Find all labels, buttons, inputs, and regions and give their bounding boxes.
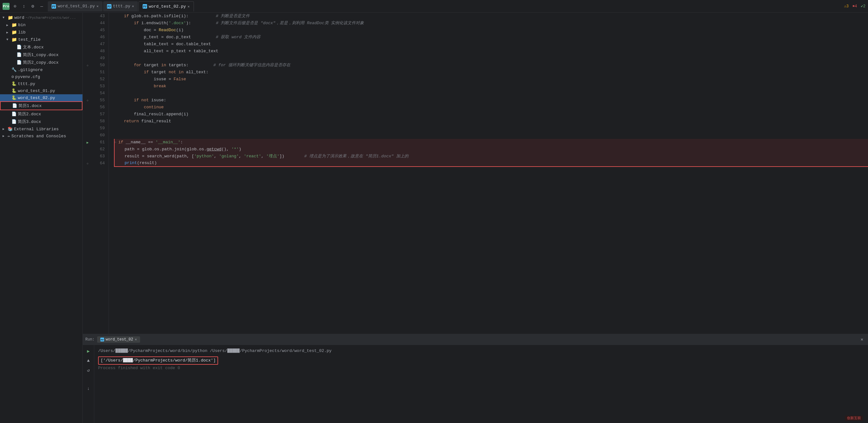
run-result-highlighted: ['/Users/████/PycharmProjects/word/简历1.d… bbox=[98, 356, 218, 365]
sidebar-label-jianli2-copy: 简历2_copy.docx bbox=[23, 60, 59, 65]
run-content: ▶ ▲ ↺ ↓ /Users/█████/PycharmProjects/wor… bbox=[83, 345, 868, 423]
tabs-area: py word_test_01.py ✕ py tttt.py ✕ py wor… bbox=[48, 1, 842, 11]
code-line-59 bbox=[114, 125, 868, 132]
code-line-60 bbox=[114, 132, 868, 139]
nav-icon-3[interactable]: ⚙ bbox=[29, 3, 36, 10]
nav-icon-2[interactable]: ↕ bbox=[20, 3, 27, 10]
docx-icon-3: 📄 bbox=[17, 60, 22, 65]
run-cmd-line: /Users/█████/PycharmProjects/word/bin/py… bbox=[98, 348, 864, 355]
breakpoint-gutter: ◇ ◇ ▶ ◇ bbox=[83, 13, 92, 334]
code-line-45: doc = ReadDoc(i) bbox=[114, 27, 868, 34]
run-tab-word-test-02[interactable]: py word_test_02 ✕ bbox=[97, 336, 140, 343]
sidebar-item-jianli2-docx[interactable]: 📄 简历2.docx bbox=[0, 110, 83, 118]
linenum-49: 49 bbox=[92, 55, 105, 62]
sidebar-item-external-libraries[interactable]: ▶ 📚 External Libraries bbox=[0, 125, 83, 132]
code-line-44: if i.endswith('.docx'): # 判断文件后缀是否是 "doc… bbox=[114, 20, 868, 27]
sidebar-item-wenben-docx[interactable]: 📄 文本.docx bbox=[0, 43, 83, 51]
sidebar-item-lib[interactable]: ▶ 📁 lib bbox=[0, 29, 83, 36]
code-line-43: if glob.os.path.isfile(i): # 判断是否是文件 bbox=[114, 13, 868, 20]
linenum-58: 58 bbox=[92, 118, 105, 125]
docx-icon-6: 📄 bbox=[11, 119, 17, 124]
expand-arrow-scratch: ▶ bbox=[3, 134, 6, 138]
run-close-btn[interactable]: ✕ bbox=[859, 336, 865, 343]
py-icon-2: 🐍 bbox=[11, 88, 17, 93]
sidebar-item-jianli2-copy[interactable]: 📄 简历2_copy.docx bbox=[0, 59, 83, 66]
tab-label: word_test_01.py bbox=[58, 4, 95, 9]
run-tab-bar: Run: py word_test_02 ✕ ✕ bbox=[83, 334, 868, 345]
docx-icon-4: 📄 bbox=[12, 103, 17, 108]
linenum-55: 55 bbox=[92, 97, 105, 104]
sidebar-item-scratches[interactable]: ▶ ✏ Scratches and Consoles bbox=[0, 132, 83, 140]
sidebar-item-jianli1-copy[interactable]: 📄 简历1_copy.docx bbox=[0, 51, 83, 59]
linenum-46: 46 bbox=[92, 34, 105, 41]
code-line-63: result = search_word(path, ['python', 'g… bbox=[114, 153, 868, 160]
tab-word-test-01[interactable]: py word_test_01.py ✕ bbox=[48, 1, 102, 11]
sidebar-item-gitignore[interactable]: 🔧 .gitignore bbox=[0, 66, 83, 73]
editor-area: ◇ ◇ ▶ ◇ 43 44 45 46 bbox=[83, 13, 868, 423]
sidebar-label-pyvenv: pyvenv.cfg bbox=[15, 74, 40, 79]
nav-icon-1[interactable]: ⊙ bbox=[11, 3, 19, 10]
run-cmd-text: /Users/█████/PycharmProjects/word/bin/py… bbox=[98, 349, 332, 353]
sidebar-item-bin[interactable]: ▶ 📁 bin bbox=[0, 21, 83, 29]
line-numbers: 43 44 45 46 47 48 49 50 51 52 53 54 55 5… bbox=[92, 13, 109, 334]
code-line-49 bbox=[114, 55, 868, 62]
expand-arrow-test-file: ▼ bbox=[6, 38, 10, 41]
tab-close-2[interactable]: ✕ bbox=[132, 4, 134, 8]
sidebar-label-jianli1: 简历1.docx bbox=[19, 103, 42, 109]
sidebar-item-pyvenv[interactable]: ⚙ pyvenv.cfg bbox=[0, 73, 83, 80]
sidebar-item-root[interactable]: ▼ 📁 word ~/PycharmProjects/wor... bbox=[0, 14, 83, 21]
docx-icon-2: 📄 bbox=[17, 52, 22, 57]
sidebar-root-subtitle: ~/PycharmProjects/wor... bbox=[26, 16, 76, 20]
sidebar-label-bin: bin bbox=[18, 23, 26, 27]
sidebar-item-test-file[interactable]: ▼ 📁 test_file bbox=[0, 36, 83, 43]
tab-tttt[interactable]: py tttt.py ✕ bbox=[103, 1, 138, 11]
sidebar-item-jianli3-docx[interactable]: 📄 简历3.docx bbox=[0, 118, 83, 125]
sidebar: ▼ 📁 word ~/PycharmProjects/wor... ▶ 📁 bi… bbox=[0, 13, 83, 423]
run-tab-close[interactable]: ✕ bbox=[135, 337, 137, 341]
fold-arrow-50: ◇ bbox=[87, 64, 88, 67]
code-line-46: p_text = doc.p_text # 获取 word 文件内容 bbox=[114, 34, 868, 41]
run-arrow-61[interactable]: ▶ bbox=[87, 141, 89, 145]
linenum-52: 52 bbox=[92, 76, 105, 83]
tab-close-1[interactable]: ✕ bbox=[96, 4, 99, 8]
warning-badge: ⚠3 bbox=[844, 4, 848, 9]
expand-arrow-ext: ▶ bbox=[3, 127, 6, 131]
tab-word-test-02[interactable]: py word_test_02.py ✕ bbox=[138, 1, 194, 11]
code-editor[interactable]: ◇ ◇ ▶ ◇ 43 44 45 46 bbox=[83, 13, 868, 334]
linenum-57: 57 bbox=[92, 111, 105, 118]
ok-badge: ✔2 bbox=[861, 4, 865, 9]
docx-icon-5: 📄 bbox=[11, 112, 17, 117]
gitignore-icon: 🔧 bbox=[11, 67, 17, 72]
code-line-52: isuse = False bbox=[114, 76, 868, 83]
linenum-59: 59 bbox=[92, 125, 105, 132]
sidebar-item-tttt-py[interactable]: 🐍 tttt.py bbox=[0, 80, 83, 87]
sidebar-label-test-file: test_file bbox=[18, 37, 40, 42]
expand-arrow-lib: ▶ bbox=[6, 31, 10, 34]
sidebar-item-word-test-02-py[interactable]: 🐍 word_test_02.py bbox=[0, 94, 83, 101]
run-stop-btn[interactable]: ▲ bbox=[85, 357, 92, 364]
sidebar-label-lib: lib bbox=[18, 30, 26, 35]
sidebar-label-wenben: 文本.docx bbox=[23, 44, 43, 50]
code-line-51: if target not in all_text: bbox=[114, 69, 868, 76]
py-file-icon-2: py bbox=[107, 4, 112, 9]
sidebar-label-scratches: Scratches and Consoles bbox=[11, 134, 66, 139]
nav-icon-4[interactable]: — bbox=[38, 3, 45, 10]
sidebar-label-gitignore: .gitignore bbox=[18, 67, 43, 72]
run-play-btn[interactable]: ▶ bbox=[85, 348, 92, 355]
code-line-58: return final_result bbox=[114, 118, 868, 125]
sidebar-label-jianli2: 简历2.docx bbox=[18, 111, 41, 117]
code-line-50: for target in targets: # for 循环判断关键字信息内容… bbox=[114, 62, 868, 69]
run-scroll-btn[interactable]: ↓ bbox=[85, 385, 92, 392]
code-line-64: print(result) bbox=[114, 160, 868, 167]
code-line-55: if not isuse: bbox=[114, 97, 868, 104]
sidebar-item-jianli1-docx[interactable]: 📄 简历1.docx bbox=[0, 101, 83, 110]
sidebar-label-external: External Libraries bbox=[14, 127, 59, 131]
sidebar-item-word-test-01-py[interactable]: 🐍 word_test_01.py bbox=[0, 87, 83, 94]
linenum-48: 48 bbox=[92, 48, 105, 55]
run-rerun-btn[interactable]: ↺ bbox=[85, 367, 92, 374]
tab-close-3[interactable]: ✕ bbox=[188, 4, 190, 9]
expand-arrow-root: ▼ bbox=[3, 16, 6, 20]
run-process-text: Process finished with exit code 0 bbox=[98, 366, 180, 370]
sidebar-root-label: word bbox=[14, 15, 24, 20]
run-output[interactable]: /Users/█████/PycharmProjects/word/bin/py… bbox=[94, 345, 868, 423]
